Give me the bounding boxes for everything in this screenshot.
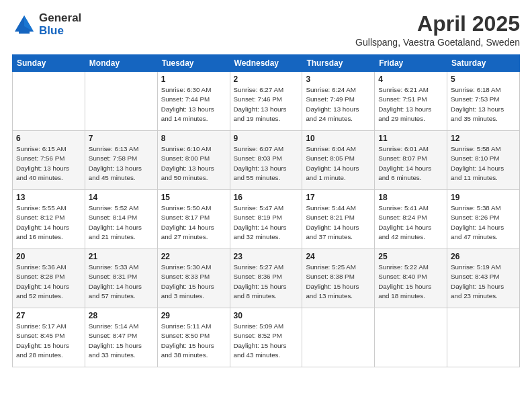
day-number: 5 [451, 75, 516, 84]
day-number: 17 [306, 193, 371, 202]
calendar-cell [13, 72, 85, 131]
calendar-cell: 6Sunrise: 6:15 AMSunset: 7:56 PMDaylight… [13, 131, 85, 190]
calendar-cell: 4Sunrise: 6:21 AMSunset: 7:51 PMDaylight… [375, 72, 447, 131]
calendar-cell: 13Sunrise: 5:55 AMSunset: 8:12 PMDayligh… [13, 190, 85, 249]
day-info: Sunrise: 6:13 AMSunset: 7:58 PMDaylight:… [89, 144, 154, 183]
day-info: Sunrise: 5:33 AMSunset: 8:31 PMDaylight:… [89, 263, 154, 301]
day-number: 20 [16, 252, 81, 261]
calendar-cell: 30Sunrise: 5:09 AMSunset: 8:52 PMDayligh… [230, 308, 302, 367]
day-info: Sunrise: 5:55 AMSunset: 8:12 PMDaylight:… [16, 203, 81, 242]
day-info: Sunrise: 5:14 AMSunset: 8:47 PMDaylight:… [89, 322, 154, 360]
day-info: Sunrise: 6:07 AMSunset: 8:03 PMDaylight:… [234, 144, 299, 183]
day-info: Sunrise: 5:27 AMSunset: 8:36 PMDaylight:… [234, 263, 299, 301]
day-info: Sunrise: 6:18 AMSunset: 7:53 PMDaylight:… [451, 85, 516, 124]
day-number: 25 [378, 252, 443, 261]
svg-rect-2 [19, 32, 30, 34]
day-number: 2 [234, 75, 299, 84]
day-info: Sunrise: 6:10 AMSunset: 8:00 PMDaylight:… [161, 144, 226, 183]
page: General Blue April 2025 Gullspang, Vaest… [0, 0, 532, 411]
calendar-cell: 16Sunrise: 5:47 AMSunset: 8:19 PMDayligh… [230, 190, 302, 249]
calendar-week-row: 1Sunrise: 6:30 AMSunset: 7:44 PMDaylight… [13, 72, 520, 131]
day-info: Sunrise: 5:38 AMSunset: 8:26 PMDaylight:… [451, 203, 516, 242]
day-header-tuesday: Tuesday [157, 55, 230, 72]
logo-icon [12, 13, 36, 37]
day-number: 12 [451, 134, 516, 143]
day-header-friday: Friday [375, 55, 447, 72]
calendar-table: SundayMondayTuesdayWednesdayThursdayFrid… [12, 54, 520, 367]
day-info: Sunrise: 6:30 AMSunset: 7:44 PMDaylight:… [161, 85, 226, 124]
calendar-cell: 18Sunrise: 5:41 AMSunset: 8:24 PMDayligh… [375, 190, 447, 249]
day-number: 26 [451, 252, 516, 261]
day-info: Sunrise: 5:17 AMSunset: 8:45 PMDaylight:… [16, 322, 81, 360]
calendar-cell: 23Sunrise: 5:27 AMSunset: 8:36 PMDayligh… [230, 249, 302, 308]
day-info: Sunrise: 5:09 AMSunset: 8:52 PMDaylight:… [234, 322, 299, 360]
day-header-saturday: Saturday [447, 55, 520, 72]
title-block: April 2025 Gullspang, Vaestra Goetaland,… [355, 12, 520, 48]
calendar-cell: 28Sunrise: 5:14 AMSunset: 8:47 PMDayligh… [85, 308, 157, 367]
day-number: 18 [378, 193, 443, 202]
day-number: 15 [161, 193, 226, 202]
calendar-cell: 12Sunrise: 5:58 AMSunset: 8:10 PMDayligh… [447, 131, 520, 190]
calendar-subtitle: Gullspang, Vaestra Goetaland, Sweden [355, 37, 520, 48]
day-info: Sunrise: 5:25 AMSunset: 8:38 PMDaylight:… [306, 263, 371, 301]
day-info: Sunrise: 6:04 AMSunset: 8:05 PMDaylight:… [306, 144, 371, 183]
day-number: 24 [306, 252, 371, 261]
calendar-week-row: 27Sunrise: 5:17 AMSunset: 8:45 PMDayligh… [13, 308, 520, 367]
day-info: Sunrise: 5:19 AMSunset: 8:43 PMDaylight:… [451, 263, 516, 301]
calendar-cell: 8Sunrise: 6:10 AMSunset: 8:00 PMDaylight… [157, 131, 230, 190]
calendar-cell: 26Sunrise: 5:19 AMSunset: 8:43 PMDayligh… [447, 249, 520, 308]
logo-text: General Blue [39, 12, 81, 37]
logo-blue-text: Blue [39, 25, 81, 38]
calendar-cell [375, 308, 447, 367]
calendar-cell [447, 308, 520, 367]
day-info: Sunrise: 5:30 AMSunset: 8:33 PMDaylight:… [161, 263, 226, 301]
day-header-wednesday: Wednesday [230, 55, 302, 72]
day-info: Sunrise: 5:52 AMSunset: 8:14 PMDaylight:… [89, 203, 154, 242]
day-number: 4 [378, 75, 443, 84]
day-number: 21 [89, 252, 154, 261]
calendar-cell: 21Sunrise: 5:33 AMSunset: 8:31 PMDayligh… [85, 249, 157, 308]
day-info: Sunrise: 6:21 AMSunset: 7:51 PMDaylight:… [378, 85, 443, 124]
day-info: Sunrise: 6:01 AMSunset: 8:07 PMDaylight:… [378, 144, 443, 183]
day-info: Sunrise: 6:15 AMSunset: 7:56 PMDaylight:… [16, 144, 81, 183]
day-info: Sunrise: 5:47 AMSunset: 8:19 PMDaylight:… [234, 203, 299, 242]
calendar-title: April 2025 [355, 12, 520, 36]
calendar-cell: 19Sunrise: 5:38 AMSunset: 8:26 PMDayligh… [447, 190, 520, 249]
day-number: 27 [16, 311, 81, 320]
day-header-monday: Monday [85, 55, 157, 72]
day-number: 8 [161, 134, 226, 143]
day-info: Sunrise: 5:44 AMSunset: 8:21 PMDaylight:… [306, 203, 371, 242]
calendar-header-row: SundayMondayTuesdayWednesdayThursdayFrid… [13, 55, 520, 72]
calendar-cell: 15Sunrise: 5:50 AMSunset: 8:17 PMDayligh… [157, 190, 230, 249]
calendar-cell: 11Sunrise: 6:01 AMSunset: 8:07 PMDayligh… [375, 131, 447, 190]
day-number: 13 [16, 193, 81, 202]
calendar-cell: 10Sunrise: 6:04 AMSunset: 8:05 PMDayligh… [302, 131, 375, 190]
day-number: 22 [161, 252, 226, 261]
calendar-cell: 5Sunrise: 6:18 AMSunset: 7:53 PMDaylight… [447, 72, 520, 131]
day-number: 23 [234, 252, 299, 261]
calendar-cell: 20Sunrise: 5:36 AMSunset: 8:28 PMDayligh… [13, 249, 85, 308]
day-number: 28 [89, 311, 154, 320]
calendar-week-row: 6Sunrise: 6:15 AMSunset: 7:56 PMDaylight… [13, 131, 520, 190]
day-info: Sunrise: 5:36 AMSunset: 8:28 PMDaylight:… [16, 263, 81, 301]
day-info: Sunrise: 6:27 AMSunset: 7:46 PMDaylight:… [234, 85, 299, 124]
calendar-week-row: 20Sunrise: 5:36 AMSunset: 8:28 PMDayligh… [13, 249, 520, 308]
calendar-week-row: 13Sunrise: 5:55 AMSunset: 8:12 PMDayligh… [13, 190, 520, 249]
day-number: 7 [89, 134, 154, 143]
day-number: 16 [234, 193, 299, 202]
logo: General Blue [12, 12, 81, 37]
day-number: 11 [378, 134, 443, 143]
day-info: Sunrise: 6:24 AMSunset: 7:49 PMDaylight:… [306, 85, 371, 124]
day-info: Sunrise: 5:50 AMSunset: 8:17 PMDaylight:… [161, 203, 226, 242]
day-number: 3 [306, 75, 371, 84]
day-header-sunday: Sunday [13, 55, 85, 72]
calendar-cell [85, 72, 157, 131]
day-info: Sunrise: 5:22 AMSunset: 8:40 PMDaylight:… [378, 263, 443, 301]
calendar-cell: 14Sunrise: 5:52 AMSunset: 8:14 PMDayligh… [85, 190, 157, 249]
calendar-cell: 7Sunrise: 6:13 AMSunset: 7:58 PMDaylight… [85, 131, 157, 190]
calendar-cell: 24Sunrise: 5:25 AMSunset: 8:38 PMDayligh… [302, 249, 375, 308]
day-number: 19 [451, 193, 516, 202]
calendar-cell: 22Sunrise: 5:30 AMSunset: 8:33 PMDayligh… [157, 249, 230, 308]
calendar-cell: 2Sunrise: 6:27 AMSunset: 7:46 PMDaylight… [230, 72, 302, 131]
calendar-cell: 1Sunrise: 6:30 AMSunset: 7:44 PMDaylight… [157, 72, 230, 131]
